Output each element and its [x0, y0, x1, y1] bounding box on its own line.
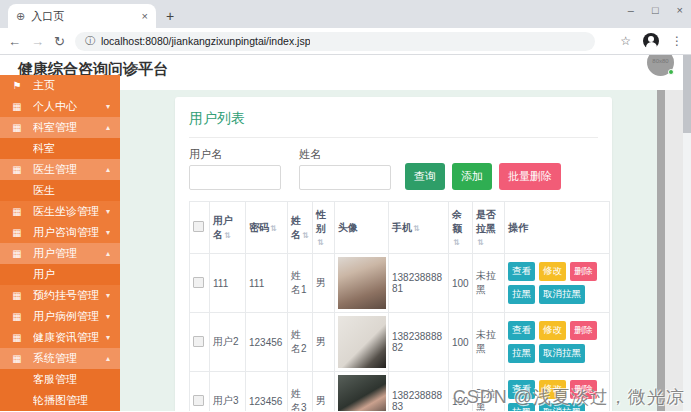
column-header[interactable]: 用户名⇅ — [210, 202, 246, 254]
column-header[interactable]: 密码⇅ — [246, 202, 288, 254]
window-maximize-icon[interactable]: □ — [652, 4, 659, 16]
row-checkbox[interactable] — [193, 395, 204, 406]
avatar-placeholder-text: 80x80 — [647, 58, 674, 64]
column-header[interactable]: 性别⇅ — [313, 202, 335, 254]
user-avatar[interactable]: 80x80 — [647, 55, 674, 76]
view-button[interactable]: 查看 — [508, 262, 535, 281]
sidebar-item-label: 健康资讯管理 — [33, 330, 106, 345]
column-header[interactable]: 是否拉黑⇅ — [473, 202, 505, 254]
sidebar-item-label: 用户咨询管理 — [33, 225, 106, 240]
sidebar-nav: ⚑主页▦个人中心▾▦科室管理▴科室▦医生管理▴医生▦医生坐诊管理▾▦用户咨询管理… — [0, 75, 120, 411]
edit-button[interactable]: 修改 — [539, 321, 566, 340]
page-info-icon[interactable]: ⓘ — [85, 34, 95, 48]
hamburger-menu-icon[interactable]: ≡ — [130, 59, 138, 75]
unblack-button[interactable]: 取消拉黑 — [539, 344, 585, 363]
sort-icon[interactable]: ⇅ — [477, 238, 484, 247]
sidebar-item-6[interactable]: ▦医生坐诊管理▾ — [0, 201, 120, 222]
user-table: 用户名⇅密码⇅姓名⇅性别⇅头像手机⇅余额⇅是否拉黑⇅操作 111111姓名1男1… — [189, 201, 610, 411]
sidebar-item-9[interactable]: 用户 — [0, 264, 120, 285]
column-header[interactable]: 姓名⇅ — [288, 202, 313, 254]
cell-phone: 13823888882 — [389, 313, 449, 372]
sidebar-item-label: 医生 — [33, 183, 110, 198]
tab-close-icon[interactable]: × — [142, 10, 148, 22]
sidebar-item-4[interactable]: ▦医生管理▴ — [0, 159, 120, 180]
cell-name: 姓名3 — [288, 372, 313, 412]
row-actions: 查看修改删除拉黑取消拉黑 — [508, 262, 606, 304]
sidebar-item-5[interactable]: 医生 — [0, 180, 120, 201]
row-checkbox[interactable] — [193, 277, 204, 288]
page-inner-scrollbar[interactable] — [657, 90, 665, 411]
unblack-button[interactable]: 取消拉黑 — [539, 285, 585, 304]
grid-icon: ▦ — [10, 227, 24, 238]
view-button[interactable]: 查看 — [508, 321, 535, 340]
sidebar-item-10[interactable]: ▦预约挂号管理▾ — [0, 285, 120, 306]
name-filter-label: 姓名 — [299, 147, 391, 162]
browser-tabstrip: ⊕ 入口页 × + – □ × — [0, 0, 691, 28]
sidebar-item-13[interactable]: ▦系统管理▴ — [0, 348, 120, 369]
sidebar-item-15[interactable]: 轮播图管理 — [0, 390, 120, 411]
username-filter-input[interactable] — [189, 165, 281, 190]
sidebar-item-7[interactable]: ▦用户咨询管理▾ — [0, 222, 120, 243]
sidebar-item-11[interactable]: ▦用户病例管理▾ — [0, 306, 120, 327]
sort-icon[interactable]: ⇅ — [270, 224, 277, 233]
black-button[interactable]: 拉黑 — [508, 344, 535, 363]
column-header[interactable]: 余额⇅ — [449, 202, 473, 254]
sidebar-item-1[interactable]: ▦个人中心▾ — [0, 96, 120, 117]
grid-icon: ▦ — [10, 248, 24, 259]
del-button[interactable]: 删除 — [570, 262, 597, 281]
browser-toolbar: ← → ↻ ⓘ localhost:8080/jiankangzixunping… — [0, 28, 691, 55]
table-row: 用户2123456姓名2男13823888882100未拉黑查看修改删除拉黑取消… — [190, 313, 610, 372]
reload-icon[interactable]: ↻ — [54, 34, 65, 49]
sidebar-item-8[interactable]: ▦用户管理▴ — [0, 243, 120, 264]
cell-balance: 100 — [449, 313, 473, 372]
add-button[interactable]: 添加 — [452, 163, 492, 190]
flag-icon: ⚑ — [10, 80, 24, 91]
sort-icon[interactable]: ⇅ — [302, 231, 309, 240]
select-all-checkbox[interactable] — [193, 221, 204, 232]
address-bar[interactable]: ⓘ localhost:8080/jiankangzixunpingtai/in… — [75, 32, 595, 51]
sidebar-item-label: 预约挂号管理 — [33, 288, 106, 303]
batch-delete-button[interactable]: 批量删除 — [499, 163, 561, 190]
column-header[interactable]: 手机⇅ — [389, 202, 449, 254]
sidebar-item-label: 用户管理 — [33, 246, 106, 261]
sidebar-item-12[interactable]: ▦健康资讯管理▾ — [0, 327, 120, 348]
browser-tab[interactable]: ⊕ 入口页 × — [8, 4, 156, 28]
grid-icon: ▦ — [10, 332, 24, 343]
sidebar-item-0[interactable]: ⚑主页 — [0, 75, 120, 96]
sort-icon[interactable]: ⇅ — [317, 238, 324, 247]
sort-icon[interactable]: ⇅ — [224, 231, 231, 240]
browser-profile-icon[interactable] — [643, 33, 659, 49]
back-icon[interactable]: ← — [8, 34, 21, 49]
username-filter-label: 用户名 — [189, 147, 281, 162]
query-button[interactable]: 查询 — [405, 163, 445, 190]
sort-icon[interactable]: ⇅ — [413, 224, 420, 233]
browser-scrollbar[interactable] — [683, 55, 691, 411]
inner-scrollbar-thumb[interactable] — [657, 90, 665, 411]
sort-icon[interactable]: ⇅ — [453, 238, 460, 247]
row-checkbox[interactable] — [193, 336, 204, 347]
name-filter-input[interactable] — [299, 165, 391, 190]
table-header-row: 用户名⇅密码⇅姓名⇅性别⇅头像手机⇅余额⇅是否拉黑⇅操作 — [190, 202, 610, 254]
edit-button[interactable]: 修改 — [539, 262, 566, 281]
main-content-area: 用户列表 用户名 姓名 查询 添加 批量删除 — [120, 90, 657, 411]
caret-icon: ▴ — [106, 249, 110, 258]
new-tab-button[interactable]: + — [166, 8, 174, 24]
forward-icon[interactable]: → — [31, 34, 44, 49]
black-button[interactable]: 拉黑 — [508, 285, 535, 304]
row-actions: 查看修改删除拉黑取消拉黑 — [508, 321, 606, 363]
web-page: 健康综合咨询问诊平台 ≡ 80x80 ⚑主页▦个人中心▾▦科室管理▴科室▦医生管… — [0, 55, 691, 411]
bookmark-star-icon[interactable]: ☆ — [620, 34, 631, 48]
browser-menu-icon[interactable]: ⋮ — [671, 34, 683, 48]
cell-blacklisted: 未拉黑 — [473, 313, 505, 372]
browser-scrollbar-thumb[interactable] — [683, 55, 691, 133]
cell-blacklisted: 未拉黑 — [473, 254, 505, 313]
sidebar-item-14[interactable]: 客服管理 — [0, 369, 120, 390]
sidebar-item-3[interactable]: 科室 — [0, 138, 120, 159]
page-right-gutter — [665, 90, 683, 411]
del-button[interactable]: 删除 — [570, 321, 597, 340]
sidebar-item-label: 医生坐诊管理 — [33, 204, 106, 219]
window-close-icon[interactable]: × — [677, 4, 683, 16]
sidebar-item-2[interactable]: ▦科室管理▴ — [0, 117, 120, 138]
cell-name: 姓名2 — [288, 313, 313, 372]
window-minimize-icon[interactable]: – — [628, 4, 634, 16]
